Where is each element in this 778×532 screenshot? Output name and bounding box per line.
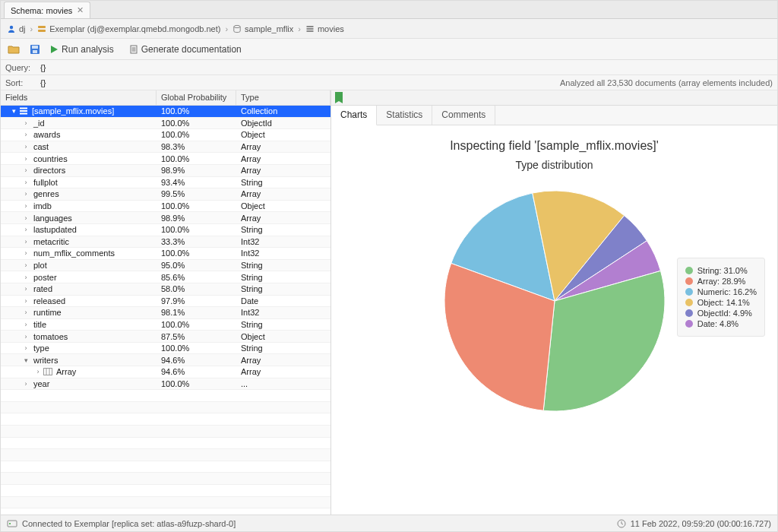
chevron-right-icon[interactable]: › [22, 380, 30, 388]
field-row[interactable]: ›Array94.6%Array [1, 366, 330, 378]
field-row[interactable]: ›title100.0%String [1, 319, 330, 331]
chevron-right-icon[interactable]: › [34, 368, 42, 375]
pie-chart [429, 176, 680, 426]
field-probability: 98.3% [157, 142, 236, 151]
generate-docs-button[interactable]: Generate documentation [129, 44, 242, 55]
legend-swatch [685, 277, 693, 285]
legend-label: String: 31.0% [697, 266, 748, 275]
col-type[interactable]: Type [236, 90, 330, 105]
field-row[interactable]: ›rated58.0%String [1, 283, 330, 296]
chevron-right-icon[interactable]: › [22, 249, 30, 257]
chevron-down-icon[interactable]: ▾ [10, 107, 17, 115]
chevron-right-icon[interactable]: › [22, 226, 30, 233]
field-type: String [236, 284, 330, 293]
chevron-right-icon[interactable]: › [22, 309, 30, 316]
chevron-right-icon[interactable]: › [22, 274, 30, 281]
chevron-right-icon[interactable]: › [22, 333, 30, 340]
svg-rect-20 [8, 521, 17, 527]
chevron-right-icon[interactable]: › [22, 344, 30, 352]
field-row[interactable]: ›tomatoes87.5%Object [1, 331, 330, 343]
tab-comments[interactable]: Comments [432, 106, 495, 125]
col-probability[interactable]: Global Probability [157, 90, 236, 105]
field-row[interactable]: ›metacritic33.3%Int32 [1, 236, 330, 249]
col-fields[interactable]: Fields [1, 90, 157, 105]
field-name-label: languages [33, 214, 72, 223]
field-row[interactable]: ›awards100.0%Object [1, 129, 330, 141]
field-row-selected[interactable]: ▾[sample_mflix.movies]100.0%Collection [1, 106, 330, 118]
field-row[interactable]: ›fullplot93.4%String [1, 177, 330, 189]
field-row[interactable]: ▾writers94.6%Array [1, 354, 330, 366]
chevron-right-icon[interactable]: › [22, 202, 30, 210]
field-type: Array [236, 189, 330, 198]
breadcrumb-collection[interactable]: movies [305, 24, 344, 33]
field-type: String [236, 344, 330, 353]
bookmark-icon[interactable] [334, 92, 343, 104]
field-type: Object [236, 201, 330, 211]
close-icon[interactable]: ✕ [77, 5, 84, 15]
field-name-label: poster [33, 273, 57, 282]
field-row[interactable]: ›_id100.0%ObjectId [1, 118, 330, 130]
field-type: Int32 [236, 249, 330, 258]
field-name-cell: ›type [1, 344, 157, 353]
legend-swatch [685, 309, 693, 317]
field-row[interactable]: ›imdb100.0%Object [1, 201, 330, 213]
chevron-right-icon[interactable]: › [22, 238, 30, 245]
field-row[interactable]: ›num_mflix_comments100.0%Int32 [1, 248, 330, 260]
field-row[interactable]: ›type100.0%String [1, 343, 330, 355]
chevron-right-icon[interactable]: › [22, 297, 30, 305]
legend-item-string[interactable]: String: 31.0% [685, 266, 757, 275]
chevron-right-icon[interactable]: › [22, 190, 30, 198]
field-row[interactable]: ›genres99.5%Array [1, 188, 330, 201]
chevron-right-icon[interactable]: › [22, 131, 30, 138]
field-name-cell: ›Array [1, 367, 157, 376]
breadcrumb-user[interactable]: dj [7, 24, 26, 33]
field-name-cell: ›countries [1, 154, 157, 163]
field-name-label: [sample_mflix.movies] [32, 106, 114, 116]
field-probability: 100.0% [157, 344, 236, 353]
field-probability: 98.9% [157, 166, 236, 175]
breadcrumb-database[interactable]: sample_mflix [232, 24, 293, 33]
legend-item-numeric[interactable]: Numeric: 16.2% [685, 287, 757, 296]
field-probability: 95.0% [157, 261, 236, 270]
collection-icon [305, 24, 315, 33]
field-row[interactable]: ›directors98.9%Array [1, 165, 330, 177]
tab-schema-movies[interactable]: Schema: movies ✕ [4, 2, 90, 18]
breadcrumb-database-label: sample_mflix [245, 24, 293, 33]
chevron-right-icon[interactable]: › [22, 143, 30, 150]
chevron-right-icon[interactable]: › [22, 166, 30, 174]
field-row[interactable]: ›poster85.6%String [1, 271, 330, 283]
fields-body[interactable]: ▾[sample_mflix.movies]100.0%Collection›_… [1, 106, 330, 515]
main-split: Fields Global Probability Type ▾[sample_… [1, 90, 777, 515]
run-analysis-button[interactable]: Run analysis [49, 44, 114, 55]
field-row[interactable]: ›countries100.0%Array [1, 153, 330, 165]
field-name-cell: ›num_mflix_comments [1, 249, 157, 258]
chevron-down-icon[interactable]: ▾ [22, 356, 30, 364]
chevron-right-icon[interactable]: › [22, 214, 30, 222]
query-value[interactable]: {} [40, 63, 773, 72]
field-row[interactable]: ›released97.9%Date [1, 296, 330, 308]
chevron-right-icon[interactable]: › [22, 261, 30, 269]
field-row[interactable]: ›cast98.3%Array [1, 141, 330, 154]
field-name-cell: ›poster [1, 273, 157, 282]
field-row[interactable]: ›lastupdated100.0%String [1, 224, 330, 236]
breadcrumb-connection[interactable]: Exemplar (dj@exemplar.qmebd.mongodb.net) [37, 24, 220, 33]
chevron-right-icon[interactable]: › [22, 119, 30, 127]
field-row[interactable]: ›plot95.0%String [1, 260, 330, 272]
save-button[interactable] [28, 43, 42, 56]
legend-item-objectid[interactable]: ObjectId: 4.9% [685, 309, 757, 318]
field-row[interactable]: ›runtime98.1%Int32 [1, 307, 330, 319]
legend-item-date[interactable]: Date: 4.8% [685, 319, 757, 328]
legend-label: Object: 14.1% [697, 298, 750, 307]
legend-item-array[interactable]: Array: 28.9% [685, 277, 757, 286]
open-folder-button[interactable] [7, 43, 21, 56]
sort-value[interactable]: {} [40, 78, 554, 87]
tab-statistics[interactable]: Statistics [377, 106, 432, 125]
field-row[interactable]: ›languages98.9%Array [1, 212, 330, 224]
chevron-right-icon[interactable]: › [22, 155, 30, 163]
tab-charts[interactable]: Charts [331, 106, 377, 125]
legend-item-object[interactable]: Object: 14.1% [685, 298, 757, 307]
field-row[interactable]: ›year100.0%... [1, 378, 330, 391]
chevron-right-icon[interactable]: › [22, 321, 30, 328]
chevron-right-icon[interactable]: › [22, 285, 30, 293]
chevron-right-icon[interactable]: › [22, 179, 30, 186]
